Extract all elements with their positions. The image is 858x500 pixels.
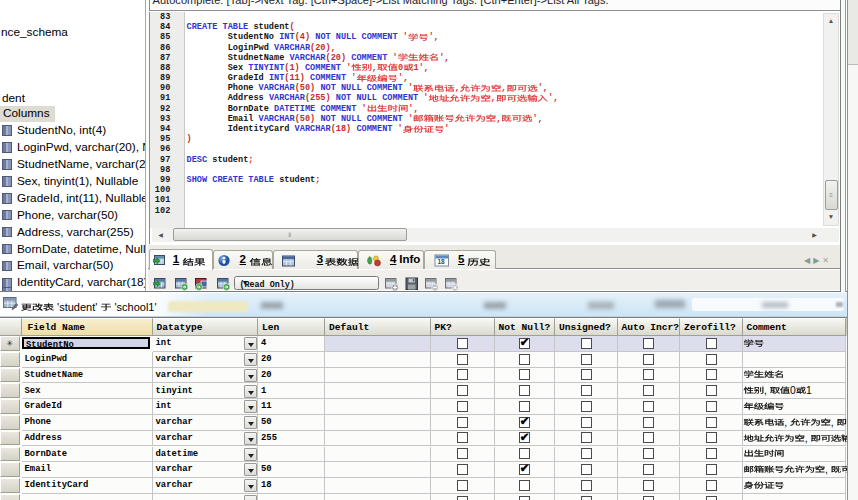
svg-text:18: 18 xyxy=(437,258,445,265)
